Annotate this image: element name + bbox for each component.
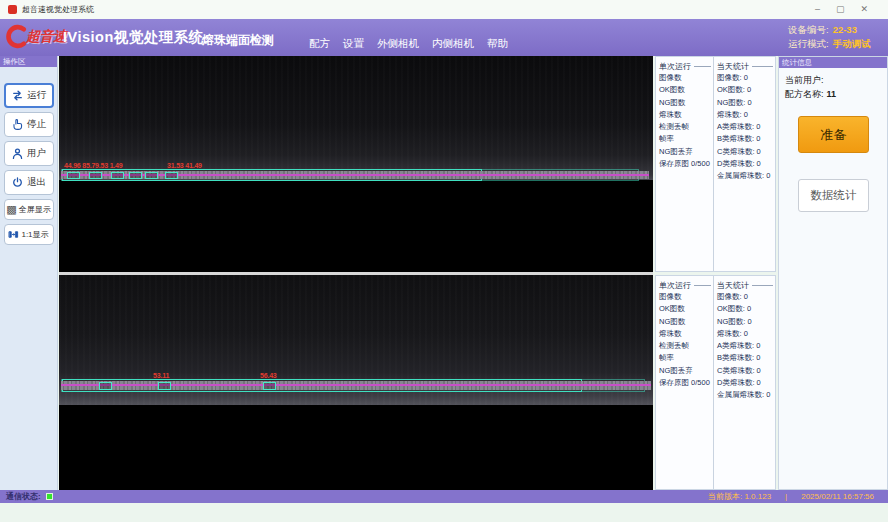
fullscreen-button[interactable]: ▩ 全屏显示	[4, 199, 54, 220]
stat-row: OK图数: 0	[717, 303, 773, 315]
version-value: 1.0.123	[744, 492, 771, 501]
camera-view-outer: 44.96 85.79.53 1.4931.53 41.49	[59, 56, 653, 272]
stat-row: NG图数	[659, 316, 711, 328]
device-number-label: 设备编号:	[788, 24, 829, 35]
page-title: IVision视觉处理系统	[63, 28, 204, 47]
comm-status-label: 通信状态:	[6, 491, 41, 502]
datetime-value: 2025/02/11 16:57:56	[801, 492, 874, 501]
run-loop-icon	[11, 89, 24, 102]
one-to-one-button-label: 1:1显示	[21, 229, 48, 240]
defect-box	[263, 382, 276, 390]
statistics-panels: 单次运行 图像数OK图数NG图数熔珠数检测丢帧帧率NG图丢弃保存原图 0/500…	[655, 56, 776, 490]
device-number-row: 设备编号:22-33	[788, 23, 871, 37]
today-column: 当天统计 图像数: 0OK图数: 0NG图数: 0熔珠数: 0A类熔珠数: 0B…	[714, 57, 775, 271]
camera-view-inner: 53.1156.43	[59, 275, 653, 490]
menu-item[interactable]: 设置	[343, 37, 364, 51]
info-panel: 统计信息 当前用户: 配方名称:11 准备 数据统计	[778, 56, 888, 490]
status-separator: |	[785, 492, 787, 501]
menu-item[interactable]: 帮助	[487, 37, 508, 51]
camera-viewports: 44.96 85.79.53 1.4931.53 41.49 53.1156.4…	[59, 56, 653, 490]
status-bar: 通信状态: 当前版本: 1.0.123 | 2025/02/11 16:57:5…	[0, 490, 888, 503]
stop-button-label: 停止	[27, 118, 46, 131]
stats-panel-outer: 单次运行 图像数OK图数NG图数熔珠数检测丢帧帧率NG图丢弃保存原图 0/500…	[655, 56, 776, 272]
stat-row: 检测丢帧	[659, 121, 711, 133]
defect-box	[67, 172, 80, 179]
current-user-label: 当前用户:	[785, 75, 824, 85]
stat-row: OK图数: 0	[717, 84, 773, 96]
today-column: 当天统计 图像数: 0OK图数: 0NG图数: 0熔珠数: 0A类熔珠数: 0B…	[714, 276, 775, 489]
run-mode-row: 运行模式:手动调试	[788, 37, 871, 51]
maximize-button[interactable]: ▢	[836, 5, 845, 14]
version-label: 当前版本:	[708, 492, 742, 501]
stat-row: OK图数	[659, 303, 711, 315]
power-icon	[11, 176, 24, 189]
stat-row: 图像数	[659, 72, 711, 84]
sidebar-title: 操作区	[0, 56, 57, 67]
main-menu: 配方设置外侧相机内侧相机帮助	[309, 37, 508, 51]
stat-row: 熔珠数: 0	[717, 109, 773, 121]
recipe-name-row: 配方名称:11	[785, 87, 881, 101]
today-title: 当天统计	[717, 280, 749, 291]
measurement-annotation: 53.11	[153, 372, 169, 379]
stat-row: 图像数	[659, 291, 711, 303]
stat-row: C类熔珠数: 0	[717, 365, 773, 377]
stat-row: B类熔珠数: 0	[717, 352, 773, 364]
stat-row: D类熔珠数: 0	[717, 377, 773, 389]
close-button[interactable]: ✕	[860, 5, 868, 14]
brand-logo: 超音速	[4, 24, 67, 49]
recipe-name-value: 11	[827, 89, 837, 99]
stat-row: A类熔珠数: 0	[717, 340, 773, 352]
stat-row: A类熔珠数: 0	[717, 121, 773, 133]
comm-status-indicator	[46, 493, 53, 500]
stat-row: D类熔珠数: 0	[717, 158, 773, 170]
run-button-label: 运行	[27, 89, 46, 102]
app-subtitle: 熔珠端面检测	[202, 32, 274, 49]
prepare-button[interactable]: 准备	[798, 116, 869, 153]
today-title: 当天统计	[717, 61, 749, 72]
stat-row: 熔珠数: 0	[717, 328, 773, 340]
status-bar-right: 当前版本: 1.0.123 | 2025/02/11 16:57:56	[708, 491, 882, 502]
os-titlebar: 超音速视觉处理系统 – ▢ ✕	[0, 0, 888, 19]
stat-row: NG图数: 0	[717, 97, 773, 109]
run-mode-label: 运行模式:	[788, 38, 829, 49]
measurement-annotation: 31.53 41.49	[167, 162, 202, 169]
stat-row: 图像数: 0	[717, 72, 773, 84]
minimize-button[interactable]: –	[815, 5, 820, 14]
single-run-column: 单次运行 图像数OK图数NG图数熔珠数检测丢帧帧率NG图丢弃保存原图 0/500	[656, 276, 714, 489]
menu-item[interactable]: 外侧相机	[377, 37, 419, 51]
defect-box	[99, 382, 112, 390]
bead-center-line	[61, 384, 651, 386]
stat-row: NG图丢弃	[659, 146, 711, 158]
fullscreen-grid-icon: ▩	[6, 204, 16, 215]
stat-row: 金属屑熔珠数: 0	[717, 389, 773, 401]
stat-row: NG图数	[659, 97, 711, 109]
exit-button-label: 退出	[27, 176, 46, 189]
operation-sidebar: 操作区 运行 停止 用户	[0, 56, 58, 490]
app-icon	[8, 5, 17, 14]
device-info: 设备编号:22-33 运行模式:手动调试	[788, 23, 871, 51]
stat-row: B类熔珠数: 0	[717, 133, 773, 145]
measurement-annotation: 44.96 85.79.53 1.49	[64, 162, 122, 169]
one-to-one-button[interactable]: 1:1显示	[4, 224, 54, 245]
run-button[interactable]: 运行	[4, 83, 54, 108]
stop-hand-icon	[11, 118, 24, 131]
defect-box	[145, 172, 158, 179]
stat-row: 图像数: 0	[717, 291, 773, 303]
single-run-title: 单次运行	[659, 61, 691, 72]
user-button[interactable]: 用户	[4, 141, 54, 166]
user-icon	[11, 147, 24, 160]
weld-image-outer	[59, 56, 653, 180]
stat-row: NG图数: 0	[717, 316, 773, 328]
current-user-row: 当前用户:	[785, 73, 881, 87]
data-statistics-button[interactable]: 数据统计	[798, 179, 869, 212]
stop-button[interactable]: 停止	[4, 112, 54, 137]
defect-box	[129, 172, 142, 179]
weld-bead-strip	[61, 381, 651, 390]
exit-button[interactable]: 退出	[4, 170, 54, 195]
stat-row: C类熔珠数: 0	[717, 146, 773, 158]
stat-row: 熔珠数	[659, 109, 711, 121]
menu-item[interactable]: 内侧相机	[432, 37, 474, 51]
main-area: 操作区 运行 停止 用户	[0, 56, 888, 490]
menu-item[interactable]: 配方	[309, 37, 330, 51]
recipe-name-label: 配方名称:	[785, 89, 824, 99]
